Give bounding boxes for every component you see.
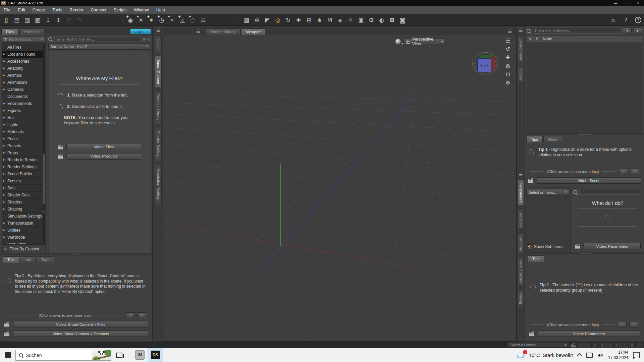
help-icon[interactable]: ? [635, 17, 641, 23]
pane-splitter[interactable] [525, 252, 644, 254]
maximize-button[interactable]: □ [621, 0, 633, 6]
category-item[interactable]: Anatomy [2, 65, 45, 72]
category-item[interactable]: All Files [2, 44, 45, 51]
dock-tab[interactable]: Smart Content [155, 56, 162, 88]
speaker-icon[interactable] [597, 353, 603, 358]
pane-options-icon[interactable]: ☰ [156, 28, 160, 33]
taskbar-app-install-manager[interactable]: IM [132, 348, 148, 362]
menu-item[interactable]: Create [29, 6, 49, 14]
search-next-button[interactable]: ► [634, 27, 642, 34]
surface-selection-tool-icon[interactable]: ◈ [336, 16, 344, 24]
category-scrollbar[interactable]: ▲▼ [43, 44, 45, 244]
dock-tab[interactable]: Face Transfer [518, 257, 524, 287]
category-item[interactable]: Cameras [2, 86, 45, 93]
category-item[interactable]: Accessories [2, 58, 45, 65]
surface-settings-icon[interactable]: ◐ [378, 16, 385, 24]
pane-splitter[interactable] [525, 133, 644, 135]
zoom-view-tool-icon[interactable]: ◍ [505, 63, 510, 69]
open-file-icon[interactable]: ▤ [13, 16, 20, 24]
category-item[interactable]: Simulation-Settings [2, 213, 45, 220]
redo-icon[interactable]: ↷ [75, 16, 83, 24]
search-highlight-image[interactable] [92, 350, 111, 360]
new-file-icon[interactable]: ▯ [3, 16, 10, 24]
category-item[interactable]: Scene Builder [2, 171, 45, 178]
daz-home-icon[interactable]: ⌂ [609, 16, 617, 24]
lesson-number-button[interactable]: 9 [636, 343, 643, 348]
translate-tool-icon[interactable]: ✚ [295, 16, 302, 24]
new-distant-light-icon[interactable]: ☀ [137, 16, 145, 24]
export-icon[interactable]: ↥ [55, 16, 62, 24]
tab-info[interactable]: Info [20, 256, 36, 263]
taskbar-clock[interactable]: 17:44 17.03.2024 [608, 350, 628, 360]
close-button[interactable]: ✕ [633, 0, 644, 6]
render-icon[interactable]: ◙ [399, 16, 406, 24]
undo-icon[interactable]: ↶ [65, 16, 72, 24]
new-camera-icon[interactable]: ◉ [127, 16, 134, 24]
menu-item[interactable]: Render [66, 6, 87, 14]
video-files-button[interactable]: Video: Files [66, 144, 141, 150]
dock-tab[interactable]: Parameters [518, 180, 524, 205]
video-parameters-button[interactable]: Video: Parameters [538, 330, 640, 337]
new-point-light-icon[interactable]: ✶ [148, 16, 155, 24]
lesson-number-button[interactable]: 6 [614, 343, 621, 348]
previous-tip-button[interactable]: < [126, 312, 135, 318]
new-spotlight-icon[interactable]: ⌖ [168, 16, 176, 24]
lesson-number-button[interactable]: 3 [592, 343, 598, 348]
lesson-number-button[interactable]: 7 [621, 343, 628, 348]
pane-options-icon[interactable]: ☰ [519, 28, 523, 33]
action-center-icon[interactable] [633, 352, 640, 358]
node-selection-tool-icon[interactable]: ◤ [264, 16, 271, 24]
select-lesson-dropdown[interactable]: Select a Lesson... ▼ [508, 343, 569, 347]
pane-options-icon[interactable]: ☰ [519, 172, 523, 177]
tool-settings-icon[interactable]: ⚙ [368, 16, 375, 24]
category-item[interactable]: Shader Sets [2, 192, 45, 199]
pane-splitter[interactable] [0, 253, 152, 255]
category-item[interactable]: Web Links [2, 241, 45, 245]
start-button[interactable] [0, 348, 15, 362]
category-item[interactable]: Props [2, 149, 45, 157]
scene-tree[interactable] [527, 42, 642, 133]
dock-tab[interactable]: Scene [518, 66, 524, 83]
category-item[interactable]: Presets [2, 142, 45, 149]
new-null-icon[interactable]: ◌ [189, 16, 197, 24]
menu-item[interactable]: File [0, 6, 14, 14]
category-item[interactable]: Ready to Render [2, 157, 45, 164]
tray-expand-icon[interactable] [577, 353, 582, 359]
show-sub-items-checkbox[interactable] [527, 244, 532, 249]
taskbar-app-daz-studio[interactable]: DS [148, 348, 163, 362]
dock-tab[interactable]: Surfaces [518, 208, 524, 230]
category-item[interactable]: Scenes [2, 178, 45, 185]
video-parameters-button[interactable]: Video: Parameters [584, 243, 641, 249]
category-item[interactable]: Utilities [2, 227, 45, 234]
pan-tool-icon[interactable]: ✚ [505, 55, 510, 60]
select-item-dropdown[interactable]: Select an Item... ▼ [526, 189, 569, 195]
dock-tab[interactable]: Cameras [518, 232, 524, 254]
category-filter-dropdown[interactable]: No Selection ▼ [2, 36, 45, 43]
tab-tips[interactable]: Tips [526, 136, 543, 142]
scene-info-icon[interactable]: ☰ [200, 16, 207, 24]
joint-editor-tool-icon[interactable]: ⋔ [316, 16, 323, 24]
task-view-button[interactable] [111, 348, 127, 362]
category-item[interactable]: Render-Settings [2, 164, 45, 171]
menu-item[interactable]: Help [153, 6, 169, 14]
scene-search-input[interactable] [533, 28, 621, 34]
lesson-number-button[interactable]: 8 [629, 343, 635, 348]
category-item[interactable]: Sets [2, 185, 45, 192]
camera-selection-tool-icon[interactable]: ▣ [357, 16, 365, 24]
taskbar-search[interactable]: Suchen [15, 350, 111, 361]
category-item[interactable]: Animations [2, 79, 45, 86]
mesh-grabber-tool-icon[interactable]: M [326, 16, 333, 24]
filter-by-context-row[interactable]: Filter By Context [2, 245, 45, 253]
aux-viewport-icon[interactable]: ▩ [243, 16, 250, 24]
category-item[interactable]: Lights [2, 121, 45, 128]
category-item[interactable]: Wardrobe [2, 234, 45, 241]
category-item[interactable]: Environments [2, 100, 45, 107]
geometry-editor-tool-icon[interactable]: ◎ [274, 16, 281, 24]
pane-options-icon[interactable]: ☰ [196, 29, 200, 34]
sort-dropdown[interactable]: Sort by Name : A to Z ▼ [48, 43, 150, 50]
show-sub-items-row[interactable]: Show Sub Items [526, 242, 569, 251]
frame-view-tool-icon[interactable]: ⊡ [505, 72, 510, 77]
lesson-number-button[interactable]: 2 [584, 343, 591, 348]
tab-viewport[interactable]: Viewport [241, 28, 266, 35]
dock-tab[interactable]: Posing [518, 289, 524, 307]
